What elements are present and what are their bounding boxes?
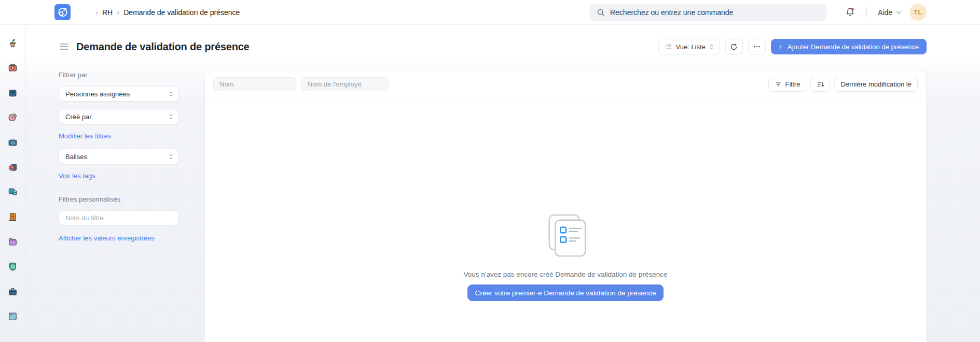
chevron-down-icon [896, 10, 902, 15]
select-chevrons-icon [709, 44, 714, 50]
workspace-shield-check-icon[interactable] [7, 261, 18, 272]
empty-state-message: Vous n'avez pas encore créé Demande de v… [464, 270, 668, 278]
empty-list-icon [542, 213, 589, 259]
tags-select[interactable]: Balises [59, 149, 179, 164]
bell-icon [845, 7, 855, 18]
help-label: Aide [878, 8, 892, 17]
breadcrumb: › RH › Demande de validation de présence [91, 8, 240, 17]
assigned-to-value: Personnes assignées [65, 90, 130, 98]
notification-dot [851, 8, 854, 10]
custom-filters-label: Filtres personnalisés [59, 195, 179, 203]
refresh-button[interactable] [725, 39, 743, 54]
logo-swirl-icon [57, 6, 68, 18]
avatar-initials: TL [914, 8, 922, 16]
add-document-button[interactable]: + Ajouter Demande de validation de prése… [771, 39, 927, 54]
workspace-briefcase-icon[interactable] [7, 286, 18, 297]
employee-name-filter-input[interactable] [301, 77, 389, 91]
filter-by-label: Filtrer par [59, 71, 179, 79]
workspace-shopping-bag-icon[interactable] [7, 87, 18, 98]
workspace-pie-chart-icon[interactable] [7, 112, 18, 123]
plus-icon: + [779, 42, 783, 51]
sort-field-button[interactable]: Dernière modification le [834, 77, 918, 92]
list-view-card: Filtre Dernière modification le [204, 70, 927, 342]
more-options-button[interactable] [748, 39, 766, 54]
workspace-building-icon[interactable] [7, 211, 18, 222]
workspace-camera-icon[interactable] [7, 62, 18, 73]
filter-sidebar: Filtrer par Personnes assignées Créé par… [59, 70, 179, 342]
sort-descending-icon [817, 80, 824, 88]
workspace-mask-icon[interactable] [7, 162, 18, 173]
hamburger-icon [60, 43, 69, 50]
tags-value: Balises [65, 153, 87, 161]
create-first-document-label: Créer votre premier·e Demande de validat… [475, 289, 656, 297]
sidebar-toggle-button[interactable] [59, 42, 70, 51]
assigned-to-select[interactable]: Personnes assignées [59, 86, 179, 102]
main-area: Demande de validation de présence Vue: L… [0, 25, 980, 342]
empty-state: Vous n'avez pas encore créé Demande de v… [205, 98, 926, 342]
create-first-document-button[interactable]: Créer votre premier·e Demande de validat… [467, 284, 664, 301]
help-menu-button[interactable]: Aide [878, 8, 902, 17]
select-chevrons-icon [169, 91, 173, 97]
view-tags-link[interactable]: Voir les tags [59, 172, 95, 180]
navbar-divider [866, 7, 867, 18]
refresh-icon [730, 43, 738, 51]
body-row: Filtrer par Personnes assignées Créé par… [26, 70, 980, 342]
list-view-icon [665, 43, 672, 51]
workspace-folder-icon[interactable] [7, 236, 18, 247]
page-content: Demande de validation de présence Vue: L… [26, 25, 980, 342]
created-by-select[interactable]: Créé par [59, 109, 179, 124]
app-logo[interactable] [54, 4, 71, 20]
view-switcher-button[interactable]: Vue: Liste [658, 39, 720, 54]
workspace-icon-sidebar [0, 25, 26, 342]
chevron-right-icon: › [95, 8, 98, 16]
select-chevrons-icon [169, 113, 173, 120]
filter-button[interactable]: Filtre [768, 77, 807, 92]
view-switcher-label: Vue: Liste [676, 43, 706, 51]
sort-field-label: Dernière modification le [840, 80, 912, 88]
global-search-input[interactable]: Recherchez ou entrez une commande [589, 4, 827, 21]
filter-button-label: Filtre [785, 80, 800, 88]
notifications-button[interactable] [845, 7, 855, 18]
ellipsis-icon [753, 42, 761, 51]
edit-filters-link[interactable]: Modifier les filtres [59, 132, 111, 140]
name-filter-input[interactable] [213, 77, 296, 91]
search-icon [597, 8, 605, 17]
top-navbar: › RH › Demande de validation de présence… [0, 0, 980, 25]
page-title: Demande de validation de présence [76, 41, 250, 53]
workspace-board-icon[interactable] [7, 311, 18, 322]
created-by-value: Créé par [65, 113, 92, 121]
breadcrumb-item-doctype[interactable]: Demande de validation de présence [123, 8, 240, 17]
show-saved-values-link[interactable]: Afficher les valeurs enregistrées [59, 234, 155, 242]
select-chevrons-icon [169, 153, 173, 160]
chevron-right-icon: › [117, 8, 119, 16]
add-document-label: Ajouter Demande de validation de présenc… [788, 43, 919, 51]
breadcrumb-item-rh[interactable]: RH [102, 8, 113, 17]
workspace-plant-icon[interactable] [7, 37, 18, 48]
workspace-data-icon[interactable] [7, 187, 18, 197]
sort-direction-button[interactable] [810, 77, 830, 92]
search-placeholder: Recherchez ou entrez une commande [610, 8, 733, 17]
filter-icon [775, 81, 782, 88]
user-avatar[interactable]: TL [909, 4, 927, 21]
workspace-cash-icon[interactable] [7, 137, 18, 148]
filter-name-input[interactable] [59, 210, 179, 225]
list-toolbar: Filtre Dernière modification le [205, 70, 926, 98]
page-header: Demande de validation de présence Vue: L… [26, 25, 980, 54]
